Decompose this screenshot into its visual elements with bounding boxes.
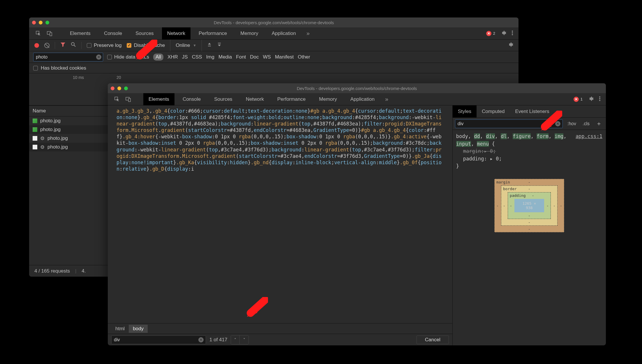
type-filter-other[interactable]: Other [298,54,310,60]
search-prev-button[interactable]: ˄ [231,335,240,344]
request-count: 4 / 165 requests [34,268,70,274]
style-close-brace: } [456,162,602,170]
tab-performance[interactable]: Performance [272,93,311,105]
type-filter-manifest[interactable]: Manifest [275,54,294,60]
tab-application[interactable]: Application [267,27,301,40]
tab-network[interactable]: Network [241,93,269,105]
type-filter-img[interactable]: Img [206,54,214,60]
elements-source-view[interactable]: a.gb_3.gb_3,.gb_4{color:#666;cursor:defa… [108,105,452,323]
styles-filter-row: ✕ :hov .cls ＋ [453,118,606,130]
type-filter-js[interactable]: JS [182,54,188,60]
rule-source-link[interactable]: app.css:1 [576,133,602,140]
download-icon[interactable] [217,42,222,48]
throttling-select[interactable]: Online ▼ [170,40,202,51]
tabs-overflow-icon[interactable]: » [383,96,391,103]
styles-tab-styles[interactable]: Styles [453,105,477,118]
titlebar: DevTools - developers.google.com/web/too… [29,17,518,27]
cog-icon: ⚙ [40,144,45,150]
error-count: 1 [581,97,583,101]
generic-file-icon [33,136,37,141]
type-filter-media[interactable]: Media [218,54,232,60]
type-filter-doc[interactable]: Doc [250,54,259,60]
new-style-rule-button[interactable]: ＋ [594,120,604,128]
style-prop-margin[interactable]: margin:▸ 0; [456,148,602,155]
devtools-window-elements: DevTools - developers.google.com/web/too… [108,83,606,345]
network-filter-input[interactable] [33,53,103,61]
tab-sources[interactable]: Sources [130,27,159,40]
tab-elements[interactable]: Elements [65,27,96,40]
minimize-window-button[interactable] [39,21,43,24]
bm-padding-label: padding [510,193,526,198]
close-window-button[interactable] [111,86,114,90]
elements-left-pane: a.gb_3.gb_3,.gb_4{color:#666;cursor:defa… [108,105,452,345]
maximize-window-button[interactable] [45,21,49,24]
tab-sources[interactable]: Sources [209,93,237,105]
upload-icon[interactable] [207,42,212,48]
tab-elements[interactable]: Elements [143,93,174,105]
maximize-window-button[interactable] [124,86,128,90]
elements-search-input[interactable] [111,335,206,344]
bm-content-size: 1265 × 938 [514,199,544,212]
tab-memory[interactable]: Memory [314,93,342,105]
error-count-badge[interactable]: ✕ 2 [486,31,495,36]
disable-cache-checkbox[interactable] [127,43,131,48]
styles-tab-computed[interactable]: Computed [477,105,510,118]
style-rule[interactable]: app.css:1 body, dd, div, dl, figure, for… [453,130,606,173]
svg-point-9 [599,98,600,99]
styles-tab-eventlisteners[interactable]: Event Listeners [510,105,554,118]
hov-toggle-button[interactable]: :hov [566,120,578,128]
clear-filter-icon[interactable]: ✕ [555,121,560,126]
tab-console[interactable]: Console [99,27,127,40]
inspect-element-icon[interactable] [113,95,121,103]
kebab-menu-icon[interactable] [512,30,513,37]
gear-icon[interactable] [500,30,506,37]
blocked-cookies-checkbox[interactable] [33,66,38,70]
record-button[interactable] [34,43,39,48]
type-filter-all[interactable]: All [153,54,163,61]
styles-pane: Styles Computed Event Listeners » ✕ :hov… [452,105,606,345]
blocked-cookies-label: Has blocked cookies [41,65,86,71]
search-icon[interactable] [71,42,76,49]
clear-filter-icon[interactable]: ✕ [96,54,101,60]
type-filter-ws[interactable]: WS [263,54,271,60]
styles-filter-input[interactable] [455,119,563,128]
type-filter-css[interactable]: CSS [192,54,202,60]
tabs-overflow-icon[interactable]: » [304,30,312,37]
minimize-window-button[interactable] [117,86,121,90]
hide-data-urls-checkbox[interactable] [107,55,112,59]
tab-memory[interactable]: Memory [235,27,263,40]
cancel-button[interactable]: Cancel [417,335,449,344]
chevron-down-icon: ▼ [193,43,196,47]
search-stepper: ˄ ˅ [231,335,249,344]
clear-search-icon[interactable]: ✕ [198,337,204,342]
close-window-button[interactable] [32,21,36,24]
device-toolbar-icon[interactable] [45,29,54,38]
dom-breadcrumb: html body [108,323,452,334]
device-toolbar-icon[interactable] [124,95,132,103]
tab-network[interactable]: Network [162,27,191,40]
style-prop-padding[interactable]: padding: ▸ 0; [456,155,602,163]
gear-icon[interactable] [588,96,594,103]
window-title: DevTools - developers.google.com/web/too… [29,20,518,25]
breadcrumb-body[interactable]: body [129,325,148,333]
devtools-tabstrip: Elements Console Sources Network Perform… [108,93,606,105]
kebab-menu-icon[interactable] [599,96,601,103]
tab-console[interactable]: Console [177,93,206,105]
tab-application[interactable]: Application [345,93,380,105]
type-filter-xhr[interactable]: XHR [167,54,178,60]
file-name: photo.jpg [40,127,61,132]
box-model-diagram[interactable]: margin - - - - border - - - - padding - [494,179,564,232]
tab-performance[interactable]: Performance [193,27,232,40]
filter-toggle-icon[interactable] [60,42,66,49]
preserve-log-checkbox[interactable] [87,43,91,48]
clear-button[interactable] [44,43,50,48]
type-filter-font[interactable]: Font [236,54,246,60]
styles-tabs-overflow-icon[interactable]: » [557,108,560,114]
cls-toggle-button[interactable]: .cls [581,120,591,128]
network-settings-gear-icon[interactable] [507,42,513,49]
inspect-element-icon[interactable] [34,29,43,38]
breadcrumb-html[interactable]: html [111,325,129,333]
file-name: photo.jpg [40,118,61,124]
search-next-button[interactable]: ˅ [240,335,248,344]
error-count-badge[interactable]: ✕ 1 [574,97,583,102]
